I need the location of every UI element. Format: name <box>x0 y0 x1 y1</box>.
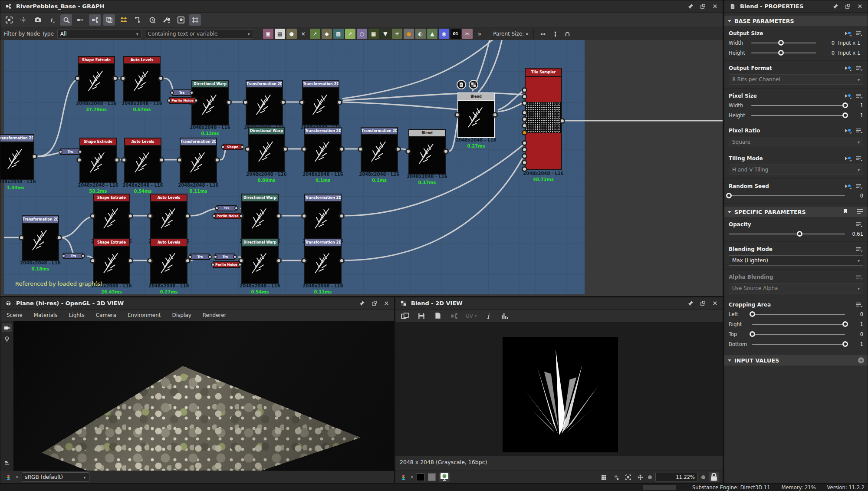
graph-node[interactable]: Transformation 2D2048x2048 - L160.26ms <box>302 80 339 125</box>
pan-view-icon[interactable]: 1:1 <box>17 14 29 26</box>
section-input-values[interactable]: INPUT VALUES + <box>724 355 868 366</box>
slider-handle[interactable] <box>778 50 784 56</box>
options-menu-icon[interactable] <box>855 155 863 161</box>
options-menu-icon[interactable] <box>855 183 863 189</box>
camera-icon[interactable] <box>2 323 12 332</box>
graph-small-node[interactable]: Perlin Noise <box>214 213 241 219</box>
grid-icon[interactable] <box>599 473 608 481</box>
background-gray-swatch[interactable] <box>428 473 436 481</box>
palette-overflow-button[interactable]: » <box>476 30 483 37</box>
uniform-color-node[interactable]: ▣ <box>263 29 273 39</box>
inherit-icon[interactable] <box>844 65 852 71</box>
slider-handle[interactable] <box>750 311 755 317</box>
tiling-mode-dropdown[interactable]: H and V Tiling▾ <box>729 165 863 175</box>
transform-handles-icon[interactable] <box>612 473 620 481</box>
histogram-icon[interactable] <box>500 311 510 321</box>
blending-mode-dropdown[interactable]: Max (Lighten)▾ <box>729 255 863 266</box>
curve-node[interactable]: ↗ <box>310 29 320 39</box>
parameter-value[interactable]: 1 <box>848 341 863 347</box>
lightbulb-icon[interactable] <box>2 335 12 343</box>
histogram-node[interactable]: ▲ <box>427 29 437 39</box>
filter-text-select[interactable]: Containing text or variable▾ <box>145 29 253 39</box>
menu-materials[interactable]: Materials <box>34 312 58 318</box>
inherit-icon[interactable] <box>844 155 852 161</box>
inherit-icon[interactable] <box>844 30 852 36</box>
link-v-icon[interactable] <box>551 30 559 38</box>
output-preview-icon[interactable] <box>175 14 187 26</box>
colorspace-dropdown[interactable]: sRGB (default)▾ <box>22 472 89 482</box>
slider-track[interactable] <box>729 234 845 234</box>
slider-track[interactable] <box>751 43 816 43</box>
slider-handle[interactable] <box>842 341 848 347</box>
parameter-value[interactable]: 1 <box>848 102 863 109</box>
slider-track[interactable] <box>729 195 845 196</box>
section-specific-parameters[interactable]: SPECIFIC PARAMETERS <box>724 207 868 217</box>
inherit-icon[interactable] <box>844 93 852 99</box>
graph-small-node[interactable]: Trs <box>60 148 80 155</box>
slider-handle[interactable] <box>797 231 802 237</box>
blend-node[interactable]: ▤ <box>275 29 285 39</box>
graph-small-node[interactable]: Perlin Noise <box>213 261 240 268</box>
parameter-value[interactable]: 0 <box>848 311 863 317</box>
graph-canvas[interactable]: Shape Extrude2048x2048 - L1637.79msAuto … <box>0 40 723 296</box>
parameter-value[interactable]: 1 <box>848 321 863 327</box>
compare-images-icon[interactable] <box>400 311 410 321</box>
parameter-value[interactable]: 0 <box>848 193 863 199</box>
graph-node[interactable]: Auto Levels2048x2048 - L160.27ms <box>150 238 187 284</box>
lock-zoom-icon[interactable] <box>709 472 719 482</box>
filter-node-type-select[interactable]: All▾ <box>57 29 141 39</box>
options-menu-icon[interactable] <box>855 246 863 252</box>
preset-flag-icon[interactable] <box>842 209 850 215</box>
graph-node[interactable]: Auto Levels2048x2048 - L160.57ms <box>123 56 161 102</box>
blur-node[interactable]: ● <box>286 29 297 39</box>
menu-display[interactable]: Display <box>172 312 191 318</box>
graph-node[interactable]: Shape Extrude2048x2048 - L1626.43ms <box>93 238 130 284</box>
close-icon[interactable] <box>855 2 864 11</box>
section-base-parameters[interactable]: BASE PARAMETERS <box>724 16 868 26</box>
search-icon[interactable] <box>60 14 72 26</box>
graph-node[interactable]: Directional Warp2048x2048 - L160.54ms <box>241 238 279 284</box>
float-window-icon[interactable] <box>698 299 707 308</box>
menu-lights[interactable]: Lights <box>69 312 85 318</box>
graph-node[interactable]: Transformation 2D2048x2048 - L160.11ms <box>180 138 217 183</box>
close-icon[interactable] <box>382 299 391 308</box>
view3d-viewport[interactable] <box>0 321 394 471</box>
open-properties-button[interactable] <box>457 80 466 89</box>
link-dot-node[interactable]: ● <box>404 29 414 39</box>
fit-view-icon[interactable] <box>3 14 15 26</box>
link-h-icon[interactable] <box>539 30 547 38</box>
parent-size-label[interactable]: Parent Size: » <box>493 31 529 37</box>
node-info-icon[interactable]: i <box>46 14 58 26</box>
graph-small-node[interactable]: Trs <box>63 253 83 259</box>
graph-small-node[interactable]: Shape <box>223 144 243 150</box>
normal-node[interactable]: ◐ <box>415 29 426 39</box>
zoom-in-button[interactable] <box>701 475 705 479</box>
float-window-icon[interactable] <box>698 2 707 11</box>
options-menu-icon[interactable] <box>855 30 863 36</box>
graph-small-node[interactable]: Trs <box>190 254 210 260</box>
tile-node[interactable]: ▦ <box>368 29 379 39</box>
connection-path-icon[interactable] <box>132 14 144 26</box>
pin-icon[interactable] <box>686 299 695 308</box>
float-window-icon[interactable] <box>843 2 852 11</box>
slider-track[interactable] <box>752 314 845 315</box>
menu-environment[interactable]: Environment <box>128 312 161 318</box>
warp-node[interactable]: ▩ <box>333 29 344 39</box>
graph-node[interactable]: Transformation 2D2048x2048 - L160.11ms <box>304 238 342 284</box>
graph-small-node[interactable]: Trs <box>172 89 192 96</box>
graph-node[interactable]: Auto Levels2048x2048 - L161.14ms <box>150 194 187 239</box>
save-icon[interactable] <box>416 311 427 321</box>
slider-handle[interactable] <box>842 112 848 118</box>
graph-node[interactable]: Transformation 2D2048x2048 - L160.27ms <box>304 194 342 239</box>
slider-track[interactable] <box>752 324 845 325</box>
sharpen-node[interactable]: ◆ <box>322 29 332 39</box>
zoom-level-input[interactable] <box>655 473 698 481</box>
menu-camera[interactable]: Camera <box>96 312 116 318</box>
view2d-viewport[interactable] <box>395 322 723 456</box>
menu-renderer[interactable]: Renderer <box>203 312 227 318</box>
graph-node[interactable]: Blend2048x2048 - L160.17ms <box>408 129 446 175</box>
pin-icon[interactable] <box>358 299 366 308</box>
channel-shuffle-node[interactable]: × <box>298 29 309 39</box>
graph-node[interactable]: Transformation 2D2048x2048 - L160.1ms <box>304 127 342 172</box>
graph-node[interactable]: Shape Extrude2048x2048 - L1637.79ms <box>78 56 115 102</box>
